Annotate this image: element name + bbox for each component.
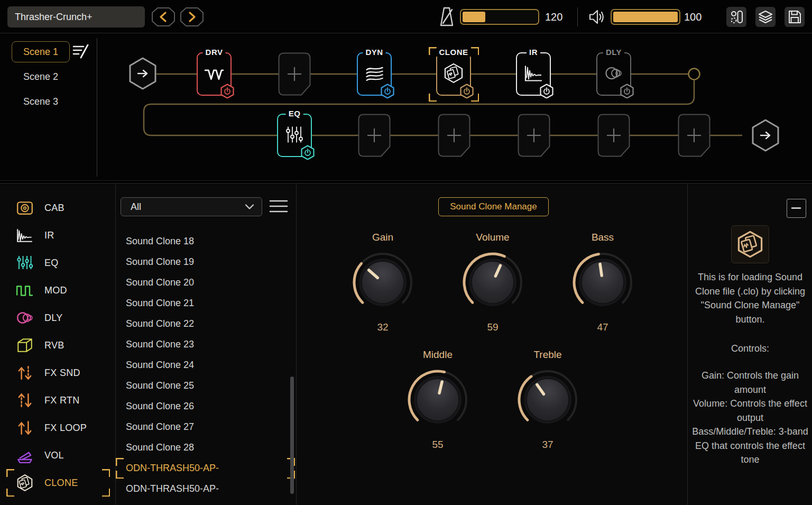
fx-send-icon <box>16 364 34 382</box>
chain-block-dyn[interactable]: DYN <box>357 52 392 96</box>
layers-button[interactable] <box>755 7 776 27</box>
middle-knob-group: Middle 55 <box>406 349 469 451</box>
chain-empty-slot[interactable] <box>278 52 311 96</box>
power-icon[interactable] <box>540 84 553 98</box>
controls-description: Gain: Controls the gain amount Volume: C… <box>691 369 809 467</box>
chain-block-drv[interactable]: DRV <box>197 52 232 96</box>
volume-value: 100 <box>684 9 702 25</box>
knob-value: 37 <box>516 439 579 451</box>
knob-value: 47 <box>571 322 634 333</box>
bpm-slider[interactable] <box>460 9 539 25</box>
list-item[interactable]: Sound Clone 21 <box>116 293 295 314</box>
list-item[interactable]: Sound Clone 25 <box>116 375 295 396</box>
knob-value: 59 <box>461 322 524 333</box>
sidebar-item-label: FX RTN <box>44 395 79 406</box>
chain-block-ir[interactable]: IR <box>516 52 551 96</box>
preset-name-input[interactable] <box>7 6 145 27</box>
treble-knob-group: Treble 37 <box>516 349 579 451</box>
treble-knob[interactable] <box>516 368 579 431</box>
mod-icon <box>16 281 34 299</box>
list-item[interactable]: Sound Clone 27 <box>116 417 295 437</box>
list-item[interactable]: Sound Clone 28 <box>116 437 295 458</box>
chain-block-drv-label: DRV <box>203 48 226 57</box>
volume-knob-group: Volume 59 <box>461 232 524 333</box>
list-item[interactable]: ODN-THRASH50-AP- <box>116 458 295 479</box>
chain-empty-slot[interactable] <box>597 114 630 157</box>
list-item[interactable]: Sound Clone 19 <box>116 252 295 272</box>
power-icon[interactable] <box>381 84 394 98</box>
chain-block-eq[interactable]: EQ <box>277 114 312 157</box>
list-item[interactable]: Sound Clone 20 <box>116 272 295 293</box>
power-icon[interactable] <box>220 84 234 98</box>
browser-scrollbar[interactable] <box>290 377 294 494</box>
topbar-divider <box>577 7 578 26</box>
chain-input-node[interactable] <box>128 57 158 90</box>
wire-node[interactable] <box>689 69 700 80</box>
volume-slider[interactable] <box>611 9 680 25</box>
chain-block-clone[interactable]: CLONE <box>436 52 471 96</box>
sidebar-item-label: EQ <box>44 258 59 269</box>
collapse-panel-button[interactable] <box>787 199 806 218</box>
middle-knob[interactable] <box>406 368 469 431</box>
preset-next-button[interactable] <box>180 7 204 27</box>
preset-prev-button[interactable] <box>151 7 176 27</box>
knob-value: 32 <box>351 322 414 333</box>
knob-label: Gain <box>351 232 414 244</box>
list-item[interactable]: ODN-THRASH50-AP- <box>116 479 295 499</box>
sidebar-item-fx-snd[interactable]: FX SND <box>6 359 110 387</box>
signal-wires <box>0 34 812 180</box>
gain-knob-group: Gain 32 <box>351 232 414 333</box>
eq-icon <box>16 254 34 272</box>
sidebar-item-eq[interactable]: EQ <box>6 249 110 277</box>
list-item[interactable]: Sound Clone 23 <box>116 334 295 355</box>
sidebar-item-vol[interactable]: VOL <box>6 442 110 469</box>
sidebar-item-cab[interactable]: CAB <box>6 194 110 222</box>
clone-icon <box>443 62 464 84</box>
chain-block-eq-label: EQ <box>286 109 303 118</box>
chain-block-dly[interactable]: DLY <box>596 52 631 96</box>
list-menu-button[interactable] <box>269 199 288 215</box>
filter-dropdown[interactable]: All <box>121 197 262 216</box>
distortion-wave-icon <box>204 63 224 83</box>
save-button[interactable] <box>785 7 805 27</box>
bass-knob[interactable] <box>571 251 634 314</box>
sound-clone-manage-button[interactable]: Sound Clone Manage <box>438 197 549 216</box>
sidebar-item-label: FX SND <box>44 368 80 379</box>
sidebar-item-fx-rtn[interactable]: FX RTN <box>6 387 110 414</box>
chain-output-node[interactable] <box>751 119 780 152</box>
knob-label: Middle <box>406 349 469 362</box>
sidebar-item-fx-loop[interactable]: FX LOOP <box>6 414 110 442</box>
chain-section: Scene 1 Scene 2 Scene 3 DRV <box>0 34 812 180</box>
effect-description: This is for loading Sound Clone file (.c… <box>691 270 809 326</box>
chain-block-ir-label: IR <box>527 48 540 57</box>
io-settings-button[interactable] <box>726 7 746 27</box>
power-icon[interactable] <box>301 145 315 160</box>
power-icon[interactable] <box>620 84 634 98</box>
gain-knob[interactable] <box>351 251 414 314</box>
list-item[interactable]: Sound Clone 24 <box>116 355 295 375</box>
sidebar-item-label: VOL <box>44 450 64 461</box>
fx-return-icon <box>16 391 34 409</box>
list-item[interactable]: Sound Clone 18 <box>116 231 295 252</box>
speaker-icon <box>588 8 606 26</box>
vol-pedal-icon <box>16 446 34 464</box>
sidebar-item-rvb[interactable]: RVB <box>6 332 110 359</box>
sidebar-item-label: IR <box>44 230 54 241</box>
chain-empty-slot[interactable] <box>438 114 470 157</box>
save-icon <box>785 7 805 27</box>
chain-empty-slot[interactable] <box>678 114 710 157</box>
volume-knob[interactable] <box>461 251 524 314</box>
sidebar-item-mod[interactable]: MOD <box>6 277 110 304</box>
sidebar-item-clone[interactable]: CLONE <box>6 469 110 497</box>
chain-block-dly-label: DLY <box>603 48 624 57</box>
list-item[interactable]: Sound Clone 22 <box>116 314 295 334</box>
sidebar-item-dly[interactable]: DLY <box>6 304 110 332</box>
knob-label: Treble <box>516 349 579 362</box>
io-settings-icon <box>726 7 746 27</box>
list-item[interactable]: Sound Clone 26 <box>116 396 295 417</box>
chain-empty-slot[interactable] <box>518 114 550 157</box>
power-icon[interactable] <box>460 84 474 98</box>
sidebar-item-ir[interactable]: IR <box>6 222 110 249</box>
chain-empty-slot[interactable] <box>358 114 391 157</box>
rvb-icon <box>16 336 34 354</box>
